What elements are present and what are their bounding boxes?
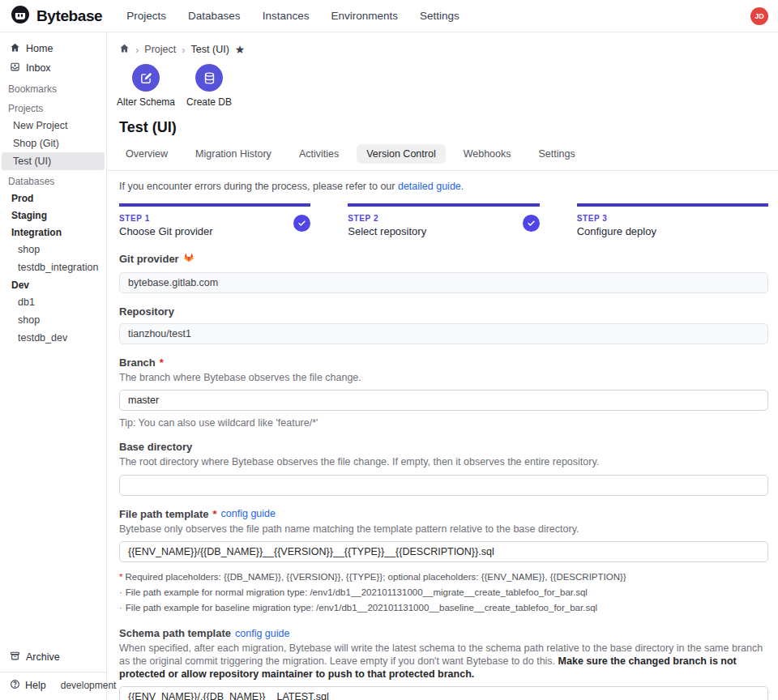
step-1: STEP 1 Choose Git provider bbox=[119, 203, 310, 237]
branch-input[interactable] bbox=[119, 390, 768, 411]
help-label[interactable]: Help bbox=[25, 680, 46, 691]
archive-icon bbox=[10, 651, 20, 664]
nav-instances[interactable]: Instances bbox=[263, 10, 310, 22]
sidebar-section-bookmarks: Bookmarks bbox=[0, 78, 106, 97]
bytebase-logo-icon bbox=[10, 4, 31, 28]
step-bar bbox=[119, 203, 310, 207]
sidebar-env-staging: Staging bbox=[0, 207, 106, 224]
file-path-template-label: File path template bbox=[119, 508, 209, 520]
git-provider-input bbox=[119, 272, 768, 293]
nav-databases[interactable]: Databases bbox=[188, 10, 241, 22]
branch-description: The branch where Bytebase observes the f… bbox=[119, 372, 768, 385]
nav-projects[interactable]: Projects bbox=[126, 10, 166, 22]
branch-label: Branch bbox=[119, 356, 156, 369]
sidebar-item-new-project[interactable]: New Project bbox=[2, 117, 105, 134]
detailed-guide-link[interactable]: detailed guide bbox=[398, 181, 461, 192]
breadcrumb-separator: › bbox=[135, 44, 139, 56]
sidebar: Home Inbox Bookmarks Projects New Projec… bbox=[0, 32, 107, 700]
user-avatar[interactable]: JD bbox=[750, 7, 768, 25]
breadcrumb-current[interactable]: Test (UI) bbox=[191, 44, 229, 55]
quick-actions: Alter Schema Create DB bbox=[107, 56, 778, 108]
sidebar-item-test-ui[interactable]: Test (UI) bbox=[2, 152, 105, 170]
favorite-star-icon[interactable]: ★ bbox=[235, 44, 246, 55]
file-path-template-notes: *Required placeholders: {{DB_NAME}}, {{V… bbox=[119, 570, 768, 615]
alter-schema-button[interactable]: Alter Schema bbox=[119, 64, 173, 108]
tab-overview[interactable]: Overview bbox=[116, 144, 177, 164]
sidebar-env-prod: Prod bbox=[0, 190, 106, 207]
tab-bar: Overview Migration History Activities Ve… bbox=[107, 136, 778, 171]
sidebar-item-label: Home bbox=[26, 43, 53, 54]
step-bar bbox=[348, 203, 539, 207]
required-asterisk: * bbox=[213, 508, 217, 520]
schema-path-template-description: When specified, after each migration, By… bbox=[119, 642, 768, 681]
sidebar-section-projects: Projects bbox=[0, 97, 106, 117]
sidebar-section-databases: Databases bbox=[0, 170, 106, 190]
sidebar-db-shop-integration[interactable]: shop bbox=[0, 241, 106, 258]
sidebar-db-shop-dev[interactable]: shop bbox=[0, 311, 106, 329]
tab-webhooks[interactable]: Webhooks bbox=[454, 144, 521, 164]
base-directory-description: The root directory where Bytebase observ… bbox=[119, 456, 768, 469]
breadcrumb-separator: › bbox=[182, 44, 185, 56]
tab-activities[interactable]: Activities bbox=[289, 144, 348, 164]
step-bar bbox=[577, 203, 768, 207]
home-icon bbox=[10, 42, 20, 55]
file-path-template-input[interactable] bbox=[119, 541, 768, 562]
config-guide-link[interactable]: config guide bbox=[235, 628, 289, 639]
file-path-template-field: File path template * config guide Byteba… bbox=[119, 508, 768, 616]
sidebar-env-integration: Integration bbox=[0, 224, 106, 241]
tab-settings[interactable]: Settings bbox=[529, 144, 585, 164]
gitlab-icon bbox=[183, 252, 194, 267]
version-control-panel: If you encounter errors during the proce… bbox=[107, 171, 778, 700]
repository-label: Repository bbox=[119, 305, 174, 318]
create-db-label: Create DB bbox=[186, 96, 232, 108]
sidebar-bottom: Archive Help development bbox=[0, 647, 106, 700]
step-3: STEP 3 Configure deploy bbox=[577, 203, 768, 237]
sidebar-item-inbox[interactable]: Inbox bbox=[0, 58, 106, 78]
git-provider-field: Git provider bbox=[119, 252, 768, 293]
schema-path-template-input[interactable] bbox=[119, 686, 768, 700]
sidebar-footer: Help development bbox=[0, 672, 106, 700]
step-2: STEP 2 Select repository bbox=[348, 203, 539, 237]
inbox-icon bbox=[10, 62, 20, 75]
step-complete-check-icon bbox=[523, 215, 540, 232]
base-directory-field: Base directory The root directory where … bbox=[119, 441, 768, 496]
sidebar-db-testdb-dev[interactable]: testdb_dev bbox=[0, 329, 106, 347]
nav-environments[interactable]: Environments bbox=[331, 10, 398, 22]
sidebar-env-dev: Dev bbox=[0, 276, 106, 293]
breadcrumb-project[interactable]: Project bbox=[144, 44, 176, 55]
top-bar: Bytebase Projects Databases Instances En… bbox=[0, 0, 778, 32]
schema-path-template-label: Schema path template bbox=[119, 627, 231, 639]
sidebar-db-db1[interactable]: db1 bbox=[0, 293, 106, 311]
help-icon bbox=[10, 679, 20, 692]
base-directory-input[interactable] bbox=[119, 475, 768, 496]
tab-migration-history[interactable]: Migration History bbox=[186, 144, 281, 164]
sidebar-item-label: Archive bbox=[26, 651, 60, 663]
sidebar-item-label: Inbox bbox=[26, 62, 51, 74]
note-baseline-example: ·File path example for baseline migratio… bbox=[119, 600, 768, 616]
file-path-template-description: Bytebase only observes the file path nam… bbox=[119, 523, 768, 536]
alter-schema-label: Alter Schema bbox=[117, 96, 175, 108]
sidebar-item-archive[interactable]: Archive bbox=[0, 647, 106, 667]
git-provider-label: Git provider bbox=[119, 253, 179, 265]
sidebar-db-testdb-integration[interactable]: testdb_integration bbox=[0, 258, 106, 276]
tab-version-control[interactable]: Version Control bbox=[357, 144, 445, 164]
top-nav: Projects Databases Instances Environment… bbox=[126, 10, 459, 22]
create-db-button[interactable]: Create DB bbox=[182, 64, 236, 108]
sidebar-top: Home Inbox Bookmarks Projects New Projec… bbox=[0, 39, 106, 347]
sidebar-item-home[interactable]: Home bbox=[0, 39, 106, 58]
schema-path-template-field: Schema path template config guide When s… bbox=[119, 627, 768, 700]
main-panel: › Project › Test (UI) ★ Alter Schema bbox=[107, 32, 778, 700]
page-title: Test (UI) bbox=[107, 108, 778, 136]
bytebase-logo[interactable]: Bytebase bbox=[10, 4, 102, 28]
breadcrumb-home-icon[interactable] bbox=[119, 43, 130, 56]
config-guide-link[interactable]: config guide bbox=[221, 508, 276, 519]
sidebar-item-shop-git[interactable]: Shop (Git) bbox=[2, 134, 105, 152]
nav-settings[interactable]: Settings bbox=[420, 10, 460, 22]
base-directory-label: Base directory bbox=[119, 441, 192, 453]
app: Bytebase Projects Databases Instances En… bbox=[0, 0, 778, 700]
breadcrumb: › Project › Test (UI) ★ bbox=[107, 32, 778, 56]
branch-tip: Tip: You can also use wildcard like 'fea… bbox=[119, 417, 768, 429]
error-help-text: If you encounter errors during the proce… bbox=[119, 181, 768, 192]
repository-field: Repository bbox=[119, 305, 768, 344]
note-required-placeholders: *Required placeholders: {{DB_NAME}}, {{V… bbox=[119, 570, 768, 585]
